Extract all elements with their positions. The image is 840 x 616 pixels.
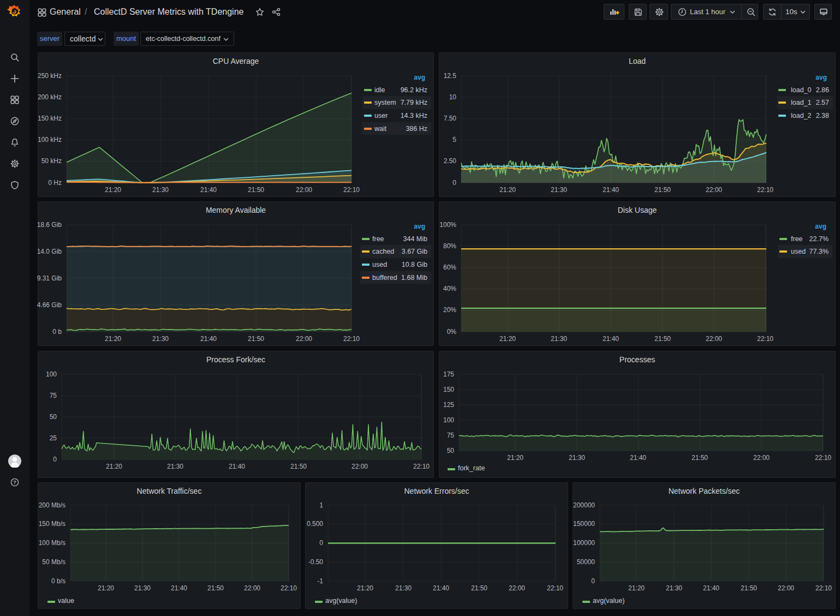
svg-text:?: ? bbox=[13, 479, 16, 485]
